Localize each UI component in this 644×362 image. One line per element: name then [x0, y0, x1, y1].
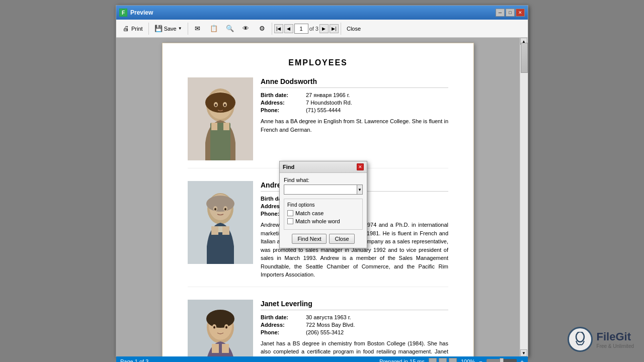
scroll-thumb[interactable]: [521, 43, 528, 73]
zoom-level: 100%: [461, 358, 475, 362]
anne-birthdate-row: Birth date: 27 января 1966 г.: [261, 92, 448, 98]
address-label: Address:: [261, 322, 306, 328]
page-status: Page 1 of 3: [120, 358, 148, 362]
janet-name: Janet Leverling: [261, 300, 448, 310]
match-case-option: Match case: [287, 210, 359, 216]
title-bar-left: F Preview: [119, 9, 153, 17]
svg-rect-21: [222, 226, 229, 235]
match-whole-word-option: Match whole word: [287, 218, 359, 224]
separator-3: [272, 23, 272, 35]
minimize-button[interactable]: ─: [496, 9, 505, 17]
email-icon: ✉: [194, 25, 202, 33]
find-dialog-body: Find what: ▼ Find options Match case Mat…: [280, 173, 367, 248]
page-number-input[interactable]: [294, 24, 308, 34]
status-bar: Page 1 of 3 Prepared in 15 ms 100% − +: [116, 356, 528, 362]
svg-point-17: [214, 208, 216, 211]
birthdate-label: Birth date:: [261, 314, 306, 320]
svg-rect-31: [222, 344, 229, 353]
find-dialog-titlebar: Find ✕: [280, 161, 367, 173]
svg-rect-9: [211, 123, 217, 130]
toolbar: 🖨 Print 💾 Save ▼ ✉ 📋 🔍 👁 ⚙ |◀ ◀: [116, 20, 528, 38]
janet-phone-row: Phone: (206) 555-3412: [261, 329, 448, 335]
zoom-minus[interactable]: −: [479, 358, 482, 362]
settings-button[interactable]: ⚙: [255, 23, 270, 35]
birthdate-label: Birth date:: [261, 92, 306, 98]
settings-icon: ⚙: [258, 25, 266, 33]
find-dropdown-button[interactable]: ▼: [357, 185, 363, 195]
svg-point-29: [225, 326, 227, 328]
anne-address: 7 Houndstooth Rd.: [306, 100, 352, 106]
anne-address-row: Address: 7 Houndstooth Rd.: [261, 100, 448, 106]
export-button[interactable]: 📋: [206, 23, 221, 35]
anne-birthdate: 27 января 1966 г.: [306, 92, 350, 98]
svg-point-6: [215, 104, 217, 107]
save-dropdown-arrow: ▼: [178, 26, 182, 31]
anne-phone: (71) 555-4444: [306, 107, 341, 113]
zoom-plus[interactable]: +: [521, 358, 524, 362]
find-dialog: Find ✕ Find what: ▼ Find options Match c…: [279, 161, 367, 248]
janet-birthdate-row: Birth date: 30 августа 1963 г.: [261, 314, 448, 320]
status-icons: [429, 358, 457, 362]
search-icon: 🔍: [226, 25, 234, 33]
anne-phone-row: Phone: (71) 555-4444: [261, 107, 448, 113]
watermark-tagline: Free & Unlimited: [597, 343, 634, 349]
search-button[interactable]: 🔍: [222, 23, 237, 35]
find-what-input[interactable]: [284, 185, 357, 195]
svg-point-14: [206, 196, 234, 212]
scrollbar[interactable]: ▲ ▼: [520, 38, 528, 356]
find-options-title: Find options: [287, 202, 359, 208]
svg-point-7: [224, 104, 226, 107]
next-page-button[interactable]: ▶: [319, 24, 329, 33]
page-title: EMPLOYEES: [188, 58, 448, 67]
janet-address: 722 Moss Bay Blvd.: [306, 322, 355, 328]
find-close-button[interactable]: Close: [329, 234, 354, 244]
first-page-button[interactable]: |◀: [274, 24, 283, 33]
watermark-text-group: FileGit Free & Unlimited: [597, 330, 634, 349]
match-whole-word-label: Match whole word: [295, 218, 340, 224]
svg-point-25: [206, 310, 234, 328]
employee-block: Janet Leverling Birth date: 30 августа 1…: [188, 300, 448, 357]
find-options-group: Find options Match case Match whole word: [284, 199, 363, 230]
view-icon: 👁: [242, 25, 250, 33]
maximize-button[interactable]: □: [506, 9, 515, 17]
window-icon: F: [119, 9, 127, 17]
svg-point-18: [224, 208, 226, 211]
status-icon-3: [449, 358, 457, 362]
save-button[interactable]: 💾 Save ▼: [151, 23, 186, 35]
svg-point-32: [576, 332, 584, 342]
janet-phone: (206) 555-3412: [306, 329, 344, 335]
address-label: Address:: [261, 100, 306, 106]
phone-label: Phone:: [261, 107, 306, 113]
find-dialog-close-button[interactable]: ✕: [357, 163, 364, 170]
print-icon: 🖨: [122, 25, 130, 33]
close-toolbar-button[interactable]: Close: [343, 24, 364, 34]
find-next-button[interactable]: Find Next: [292, 234, 327, 244]
svg-rect-10: [223, 123, 229, 130]
find-what-label: Find what:: [284, 177, 363, 183]
janet-address-row: Address: 722 Moss Bay Blvd.: [261, 322, 448, 328]
find-dialog-title: Find: [283, 164, 294, 170]
svg-rect-30: [212, 344, 219, 353]
window-close-button[interactable]: ✕: [516, 9, 525, 17]
page-of-label: of 3: [309, 26, 318, 32]
last-page-button[interactable]: ▶|: [330, 24, 339, 33]
match-case-label: Match case: [295, 210, 324, 216]
svg-point-28: [213, 326, 215, 328]
prev-page-button[interactable]: ◀: [284, 24, 293, 33]
zoom-slider[interactable]: [487, 359, 517, 362]
watermark: FileGit Free & Unlimited: [568, 327, 634, 352]
match-case-checkbox[interactable]: [287, 210, 293, 216]
view-button[interactable]: 👁: [238, 23, 254, 35]
anne-photo: [188, 77, 253, 160]
find-input-wrap: ▼: [284, 185, 363, 195]
print-button[interactable]: 🖨 Print: [118, 23, 146, 35]
janet-birthdate: 30 августа 1963 г.: [306, 314, 351, 320]
email-button[interactable]: ✉: [190, 23, 205, 35]
prepared-status: Prepared in 15 ms: [379, 358, 425, 362]
anne-info: Anne Dodsworth Birth date: 27 января 196…: [261, 77, 448, 160]
scroll-down-button[interactable]: ▼: [520, 349, 527, 356]
separator-2: [188, 23, 188, 35]
export-icon: 📋: [210, 25, 218, 33]
match-whole-word-checkbox[interactable]: [287, 218, 293, 224]
employee-block: Anne Dodsworth Birth date: 27 января 196…: [188, 77, 448, 168]
